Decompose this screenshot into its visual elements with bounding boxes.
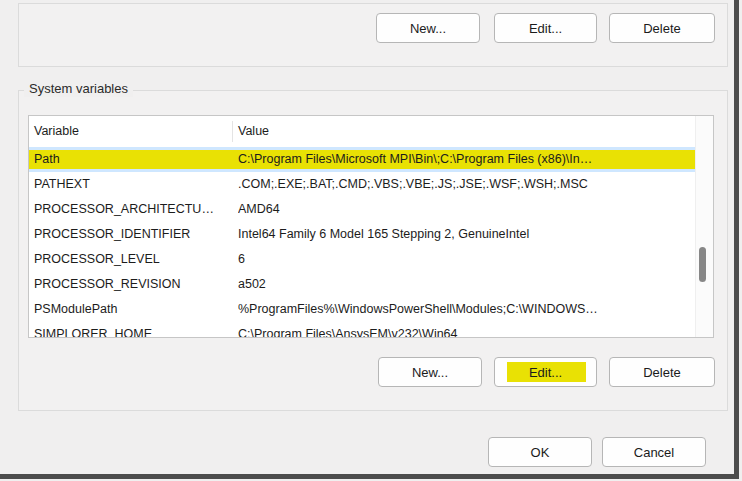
value-cell: Intel64 Family 6 Model 165 Stepping 2, G… (238, 222, 693, 247)
cancel-button[interactable]: Cancel (602, 437, 706, 467)
vertical-scrollbar[interactable] (695, 116, 713, 337)
variable-cell: PROCESSOR_LEVEL (34, 247, 230, 272)
value-cell: .COM;.EXE;.BAT;.CMD;.VBS;.VBE;.JS;.JSE;.… (238, 172, 693, 197)
table-row[interactable]: PROCESSOR_REVISION a502 (29, 272, 695, 297)
value-cell: 6 (238, 247, 693, 272)
variable-cell: SIMPLORER_HOME (34, 322, 230, 338)
table-row-clipped[interactable]: SIMPLORER_HOME C:\Program Files\AnsysEM\… (29, 322, 695, 338)
system-new-button[interactable]: New... (378, 357, 482, 387)
value-cell: C:\Program Files\AnsysEM\v232\Win64 (238, 322, 693, 338)
scrollbar-thumb[interactable] (699, 247, 706, 282)
table-row[interactable]: PROCESSOR_ARCHITECTU… AMD64 (29, 197, 695, 222)
system-delete-button[interactable]: Delete (609, 357, 715, 387)
top-edit-button[interactable]: Edit... (494, 13, 597, 43)
edit-button-label: Edit... (529, 365, 562, 380)
environment-variables-dialog: New... Edit... Delete System variables V… (0, 0, 742, 481)
system-variables-table: Variable Value Path C:\Program Files\Mic… (28, 115, 714, 338)
top-delete-button[interactable]: Delete (609, 13, 715, 43)
table-row-path[interactable]: Path C:\Program Files\Microsoft MPI\Bin\… (29, 147, 695, 172)
table-rows: Path C:\Program Files\Microsoft MPI\Bin\… (29, 147, 695, 338)
table-header: Variable Value (29, 116, 713, 148)
variable-column-header[interactable]: Variable (34, 116, 79, 147)
variable-cell: PROCESSOR_ARCHITECTU… (34, 197, 230, 222)
system-variables-label: System variables (24, 81, 133, 97)
variable-cell: PATHEXT (34, 172, 230, 197)
value-column-header[interactable]: Value (238, 116, 269, 147)
ok-button[interactable]: OK (488, 437, 592, 467)
table-row[interactable]: PROCESSOR_LEVEL 6 (29, 247, 695, 272)
variable-cell: PSModulePath (34, 297, 230, 322)
value-cell: %ProgramFiles%\WindowsPowerShell\Modules… (238, 297, 693, 322)
system-edit-button[interactable]: Edit... (494, 357, 597, 387)
column-divider[interactable] (232, 121, 233, 142)
variable-cell: PROCESSOR_REVISION (34, 272, 230, 297)
table-row[interactable]: PSModulePath %ProgramFiles%\WindowsPower… (29, 297, 695, 322)
window-bottom-edge (0, 474, 739, 479)
top-new-button[interactable]: New... (376, 13, 480, 43)
variable-cell: Path (34, 147, 230, 172)
variable-cell: PROCESSOR_IDENTIFIER (34, 222, 230, 247)
table-row[interactable]: PROCESSOR_IDENTIFIER Intel64 Family 6 Mo… (29, 222, 695, 247)
value-cell: AMD64 (238, 197, 693, 222)
value-cell: C:\Program Files\Microsoft MPI\Bin\;C:\P… (238, 147, 693, 172)
value-cell: a502 (238, 272, 693, 297)
window-right-edge (734, 0, 739, 478)
table-row[interactable]: PATHEXT .COM;.EXE;.BAT;.CMD;.VBS;.VBE;.J… (29, 172, 695, 197)
